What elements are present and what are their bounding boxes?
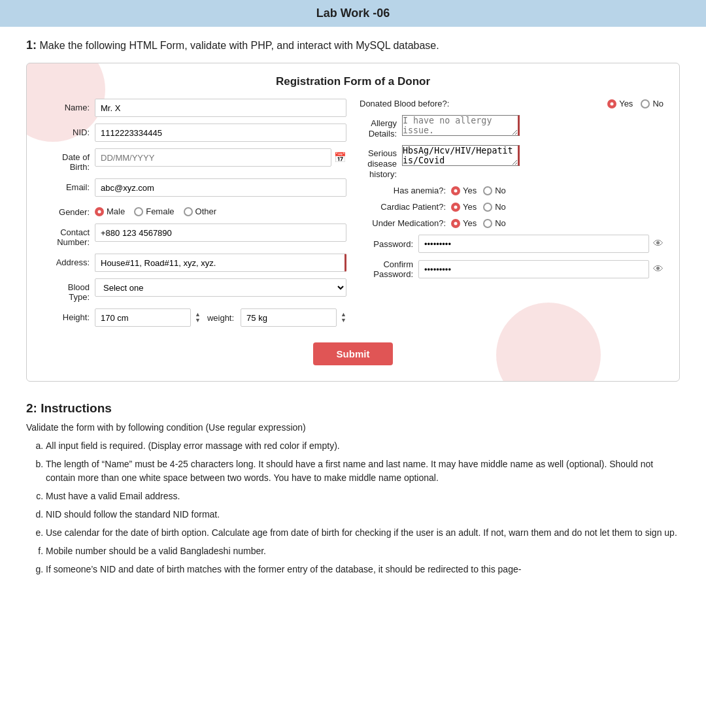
password-eye-icon[interactable]: 👁 <box>653 238 664 250</box>
section2-title: 2: Instructions <box>26 401 680 416</box>
calendar-icon[interactable]: 📅 <box>334 152 346 163</box>
height-weight-wrap: ▲▼ weight: ▲▼ <box>95 308 346 327</box>
confirm-password-row: ConfirmPassword: 👁 <box>360 259 664 279</box>
address-field-wrap <box>95 254 346 272</box>
nid-label: NID: <box>42 124 95 137</box>
height-weight-row: Height: ▲▼ weight: ▲▼ <box>42 308 346 327</box>
allergy-label: AllergyDetails: <box>369 118 397 139</box>
contact-input[interactable] <box>95 223 346 242</box>
gender-female-radio[interactable] <box>134 207 143 216</box>
weight-spinner[interactable]: ▲▼ <box>341 312 346 323</box>
cardiac-yes-option[interactable]: Yes <box>451 202 477 212</box>
email-row: Email: <box>42 178 346 197</box>
name-label: Name: <box>42 99 95 112</box>
name-input[interactable] <box>95 99 346 117</box>
form-right-column: Donated Blood before?: Yes No <box>360 99 664 333</box>
header-title: Lab Work -06 <box>316 7 390 20</box>
height-label: Height: <box>42 308 95 322</box>
donated-no-radio[interactable] <box>641 99 650 108</box>
gender-other-radio[interactable] <box>184 207 193 216</box>
donated-yes-radio[interactable] <box>607 99 616 108</box>
dob-row: Date ofBirth: 📅 <box>42 148 346 172</box>
contact-row: ContactNumber: <box>42 223 346 247</box>
contact-field-wrap <box>95 223 346 242</box>
instructions-list: All input field is required. (Display er… <box>26 439 680 576</box>
anemia-yes-radio[interactable] <box>451 186 460 195</box>
cardiac-options: Yes No <box>451 202 506 212</box>
dob-input[interactable] <box>95 148 331 167</box>
weight-label: weight: <box>207 313 234 323</box>
blood-type-field-wrap: Select one A+ A- B+ B- AB+ AB- O+ O- <box>95 278 346 297</box>
gender-label: Gender: <box>42 203 95 217</box>
allergy-textarea[interactable] <box>402 115 520 136</box>
gender-male-label: Male <box>107 207 125 216</box>
confirm-password-input[interactable] <box>418 260 649 278</box>
serious-textarea[interactable]: HbsAg/Hcv/HIV/Hepatitis/Covid <box>402 145 520 166</box>
password-label: Password: <box>360 239 418 249</box>
contact-label: ContactNumber: <box>42 223 95 247</box>
medication-options: Yes No <box>451 218 506 228</box>
medication-no-label: No <box>495 218 506 228</box>
cardiac-yes-label: Yes <box>463 202 477 212</box>
medication-yes-option[interactable]: Yes <box>451 218 477 228</box>
weight-input[interactable] <box>241 308 337 327</box>
donated-row: Donated Blood before?: Yes No <box>360 99 664 108</box>
donated-options: Yes No <box>607 99 664 108</box>
email-field-wrap <box>95 178 346 197</box>
form-left-column: Name: NID: Date ofBirth: <box>42 99 346 333</box>
anemia-label: Has anemia?: <box>360 186 451 195</box>
anemia-row: Has anemia?: Yes No <box>360 186 664 195</box>
password-field-wrap: 👁 <box>418 235 664 253</box>
medication-no-radio[interactable] <box>483 219 492 228</box>
email-label: Email: <box>42 178 95 192</box>
cardiac-row: Cardiac Patient?: Yes No <box>360 202 664 212</box>
allergy-row: AllergyDetails: <box>360 115 664 139</box>
gender-male-option[interactable]: Male <box>95 207 125 216</box>
dob-label: Date ofBirth: <box>42 148 95 172</box>
address-row: Address: <box>42 254 346 272</box>
dob-field-wrap: 📅 <box>95 148 346 167</box>
gender-row: Gender: Male Female <box>42 203 346 217</box>
nid-input[interactable] <box>95 124 346 142</box>
medication-row: Under Medication?: Yes No <box>360 218 664 228</box>
instruction-item-f: Mobile number should be a valid Banglade… <box>46 544 680 558</box>
gender-female-option[interactable]: Female <box>134 207 174 216</box>
serious-row: Seriousdiseasehistory: HbsAg/Hcv/HIV/Hep… <box>360 145 664 179</box>
page-header: Lab Work -06 <box>0 0 706 27</box>
gender-other-option[interactable]: Other <box>184 207 217 216</box>
cardiac-no-option[interactable]: No <box>483 202 506 212</box>
anemia-yes-option[interactable]: Yes <box>451 186 477 195</box>
gender-male-radio[interactable] <box>95 207 104 216</box>
gender-group: Male Female Other <box>95 203 346 216</box>
anemia-options: Yes No <box>451 186 506 195</box>
instruction-item-e: Use calendar for the date of birth optio… <box>46 526 680 540</box>
nid-row: NID: <box>42 124 346 142</box>
donated-yes-option[interactable]: Yes <box>607 99 633 108</box>
allergy-label-wrap: AllergyDetails: <box>360 115 402 139</box>
address-input[interactable] <box>95 254 346 272</box>
donated-no-label: No <box>652 99 664 108</box>
cardiac-label: Cardiac Patient?: <box>360 202 451 212</box>
medication-yes-radio[interactable] <box>451 219 460 228</box>
height-spinner-up[interactable]: ▲▼ <box>195 312 201 323</box>
registration-form-container: Registration Form of a Donor Name: NID: <box>26 63 680 382</box>
confirm-eye-icon[interactable]: 👁 <box>653 263 664 275</box>
cardiac-no-radio[interactable] <box>483 203 492 212</box>
medication-yes-label: Yes <box>463 218 477 228</box>
email-input[interactable] <box>95 178 346 197</box>
donated-no-option[interactable]: No <box>641 99 664 108</box>
submit-button[interactable]: Submit <box>313 342 394 365</box>
anemia-no-radio[interactable] <box>483 186 492 195</box>
medication-no-option[interactable]: No <box>483 218 506 228</box>
question1-title: 1: Make the following HTML Form, validat… <box>26 39 680 52</box>
cardiac-yes-radio[interactable] <box>451 203 460 212</box>
serious-label: Seriousdiseasehistory: <box>367 148 397 179</box>
blood-type-select[interactable]: Select one A+ A- B+ B- AB+ AB- O+ O- <box>95 278 346 297</box>
allergy-field-wrap <box>402 115 664 138</box>
password-input[interactable] <box>418 235 649 253</box>
name-field-wrap <box>95 99 346 117</box>
confirm-label: ConfirmPassword: <box>360 259 418 279</box>
height-input[interactable] <box>95 308 191 327</box>
nid-field-wrap <box>95 124 346 142</box>
anemia-no-option[interactable]: No <box>483 186 506 195</box>
